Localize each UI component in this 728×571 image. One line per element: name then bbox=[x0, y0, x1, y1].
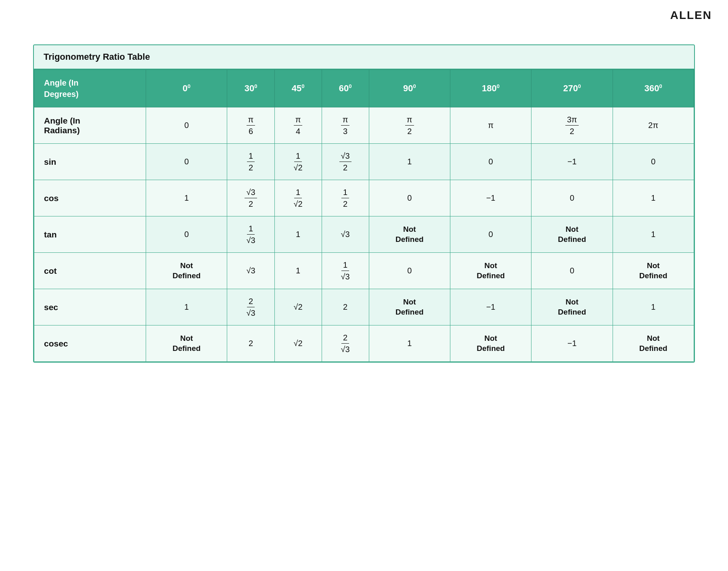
cot-row: cot NotDefined √3 1 1 √3 0 NotDefined 0 … bbox=[34, 253, 694, 289]
sec-row: sec 1 2 √3 √2 2 NotDefined −1 NotDefined… bbox=[34, 289, 694, 325]
cosec-60: 2 √3 bbox=[322, 325, 369, 362]
table-title: Trigonometry Ratio Table bbox=[34, 45, 694, 69]
cosec-0: NotDefined bbox=[146, 325, 227, 362]
cos-45: 1 √2 bbox=[274, 180, 322, 216]
cosec-45: √2 bbox=[274, 325, 322, 362]
rad-60: π 3 bbox=[322, 107, 369, 144]
sec-60: 2 bbox=[322, 289, 369, 325]
cot-180: NotDefined bbox=[450, 253, 531, 289]
rad-30: π 6 bbox=[227, 107, 274, 144]
label-cosec: cosec bbox=[34, 325, 146, 362]
tan-90: NotDefined bbox=[369, 216, 450, 253]
tan-270: NotDefined bbox=[531, 216, 613, 253]
cot-270: 0 bbox=[531, 253, 613, 289]
cos-180: −1 bbox=[450, 180, 531, 216]
radians-row: Angle (InRadians) 0 π 6 π 4 π bbox=[34, 107, 694, 144]
cos-0: 1 bbox=[146, 180, 227, 216]
cos-270: 0 bbox=[531, 180, 613, 216]
cot-0: NotDefined bbox=[146, 253, 227, 289]
tan-60: √3 bbox=[322, 216, 369, 253]
trig-table: Angle (InDegrees) 00 300 450 600 900 180… bbox=[34, 69, 694, 362]
header-0: 00 bbox=[146, 70, 227, 107]
rad-45: π 4 bbox=[274, 107, 322, 144]
sin-180: 0 bbox=[450, 144, 531, 180]
sec-0: 1 bbox=[146, 289, 227, 325]
cos-90: 0 bbox=[369, 180, 450, 216]
label-sec: sec bbox=[34, 289, 146, 325]
cot-360: NotDefined bbox=[613, 253, 694, 289]
sec-360: 1 bbox=[613, 289, 694, 325]
sin-90: 1 bbox=[369, 144, 450, 180]
cosec-180: NotDefined bbox=[450, 325, 531, 362]
tan-45: 1 bbox=[274, 216, 322, 253]
cos-row: cos 1 √3 2 1 √2 1 2 bbox=[34, 180, 694, 216]
sin-360: 0 bbox=[613, 144, 694, 180]
tan-row: tan 0 1 √3 1 √3 NotDefined 0 NotDefined … bbox=[34, 216, 694, 253]
rad-90: π 2 bbox=[369, 107, 450, 144]
cosec-row: cosec NotDefined 2 √2 2 √3 1 NotDefined … bbox=[34, 325, 694, 362]
tan-0: 0 bbox=[146, 216, 227, 253]
header-180: 1800 bbox=[450, 70, 531, 107]
cosec-360: NotDefined bbox=[613, 325, 694, 362]
header-360: 3600 bbox=[613, 70, 694, 107]
label-sin: sin bbox=[34, 144, 146, 180]
label-cos: cos bbox=[34, 180, 146, 216]
rad-0: 0 bbox=[146, 107, 227, 144]
header-30: 300 bbox=[227, 70, 274, 107]
cos-30: √3 2 bbox=[227, 180, 274, 216]
cot-60: 1 √3 bbox=[322, 253, 369, 289]
allen-logo: ALLEN bbox=[670, 9, 712, 22]
sec-30: 2 √3 bbox=[227, 289, 274, 325]
cosec-270: −1 bbox=[531, 325, 613, 362]
header-270: 2700 bbox=[531, 70, 613, 107]
tan-180: 0 bbox=[450, 216, 531, 253]
header-angle-degrees: Angle (InDegrees) bbox=[34, 70, 146, 107]
rad-360: 2π bbox=[613, 107, 694, 144]
cosec-90: 1 bbox=[369, 325, 450, 362]
sec-270: NotDefined bbox=[531, 289, 613, 325]
tan-360: 1 bbox=[613, 216, 694, 253]
trig-table-wrapper: ALLEN Trigonometry Ratio Table Angle (In… bbox=[33, 44, 695, 363]
label-tan: tan bbox=[34, 216, 146, 253]
sin-270: −1 bbox=[531, 144, 613, 180]
cosec-30: 2 bbox=[227, 325, 274, 362]
cot-30: √3 bbox=[227, 253, 274, 289]
sec-45: √2 bbox=[274, 289, 322, 325]
cos-60: 1 2 bbox=[322, 180, 369, 216]
header-row: Angle (InDegrees) 00 300 450 600 900 180… bbox=[34, 70, 694, 107]
rad-270: 3π 2 bbox=[531, 107, 613, 144]
tan-30: 1 √3 bbox=[227, 216, 274, 253]
sec-180: −1 bbox=[450, 289, 531, 325]
cot-45: 1 bbox=[274, 253, 322, 289]
sin-row: sin 0 1 2 1 √2 √3 2 bbox=[34, 144, 694, 180]
cos-360: 1 bbox=[613, 180, 694, 216]
cot-90: 0 bbox=[369, 253, 450, 289]
sin-45: 1 √2 bbox=[274, 144, 322, 180]
sin-30: 1 2 bbox=[227, 144, 274, 180]
header-90: 900 bbox=[369, 70, 450, 107]
sin-0: 0 bbox=[146, 144, 227, 180]
header-45: 450 bbox=[274, 70, 322, 107]
label-radians: Angle (InRadians) bbox=[34, 107, 146, 144]
header-60: 600 bbox=[322, 70, 369, 107]
sec-90: NotDefined bbox=[369, 289, 450, 325]
rad-180: π bbox=[450, 107, 531, 144]
label-cot: cot bbox=[34, 253, 146, 289]
sin-60: √3 2 bbox=[322, 144, 369, 180]
